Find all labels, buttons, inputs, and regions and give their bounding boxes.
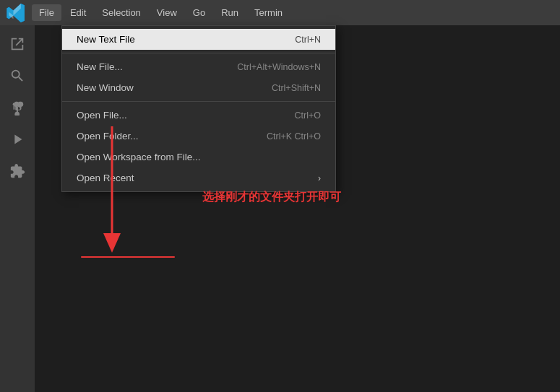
annotation-text: 选择刚才的文件夹打开即可 <box>202 190 341 205</box>
titlebar: File Edit Selection View Go Run Termin <box>0 0 560 25</box>
new-window-label: New Window <box>77 82 243 93</box>
menu-open-workspace[interactable]: Open Workspace from File... <box>62 147 335 167</box>
menu-run[interactable]: Run <box>214 4 246 21</box>
file-dropdown-menu: New Text File Ctrl+N New File... Ctrl+Al… <box>61 25 336 192</box>
menu-new-window[interactable]: New Window Ctrl+Shift+N <box>62 77 335 98</box>
open-file-label: Open File... <box>77 110 266 121</box>
submenu-arrow-icon: › <box>318 173 321 183</box>
menu-open-file[interactable]: Open File... Ctrl+O <box>62 105 335 126</box>
explorer-icon[interactable] <box>4 31 30 57</box>
menu-terminal[interactable]: Termin <box>247 4 290 21</box>
extensions-icon[interactable] <box>4 158 30 184</box>
open-recent-label: Open Recent <box>77 173 311 183</box>
run-debug-icon[interactable] <box>4 126 30 152</box>
menu-new-text-file[interactable]: New Text File Ctrl+N <box>62 29 335 50</box>
open-folder-label: Open Folder... <box>77 131 238 141</box>
open-workspace-label: Open Workspace from File... <box>77 152 292 162</box>
new-text-file-label: New Text File <box>77 34 266 45</box>
new-window-shortcut: Ctrl+Shift+N <box>272 83 321 93</box>
open-folder-shortcut: Ctrl+K Ctrl+O <box>267 131 321 141</box>
svg-marker-6 <box>103 233 121 253</box>
menu-selection[interactable]: Selection <box>95 4 147 21</box>
new-file-label: New File... <box>77 61 208 72</box>
svg-point-0 <box>13 103 16 106</box>
menu-new-file[interactable]: New File... Ctrl+Alt+Windows+N <box>62 56 335 77</box>
menu-section-new: New File... Ctrl+Alt+Windows+N New Windo… <box>62 53 335 101</box>
menu-open-recent[interactable]: Open Recent › <box>62 167 335 188</box>
menu-section-new-text: New Text File Ctrl+N <box>62 26 335 53</box>
svg-point-1 <box>16 112 19 115</box>
menu-view[interactable]: View <box>150 4 184 21</box>
vscode-logo <box>6 3 26 23</box>
new-file-shortcut: Ctrl+Alt+Windows+N <box>237 62 321 72</box>
new-text-file-shortcut: Ctrl+N <box>295 35 321 45</box>
svg-point-2 <box>20 103 22 105</box>
menu-open-folder[interactable]: Open Folder... Ctrl+K Ctrl+O <box>62 126 335 147</box>
search-icon[interactable] <box>4 63 30 89</box>
menu-edit[interactable]: Edit <box>63 4 93 21</box>
menu-file[interactable]: File <box>32 4 61 21</box>
activity-bar <box>0 25 35 392</box>
menu-section-open: Open File... Ctrl+O Open Folder... Ctrl+… <box>62 101 335 191</box>
open-folder-underline <box>81 256 175 258</box>
menu-go[interactable]: Go <box>186 4 212 21</box>
open-file-shortcut: Ctrl+O <box>295 110 321 121</box>
source-control-icon[interactable] <box>4 95 30 121</box>
